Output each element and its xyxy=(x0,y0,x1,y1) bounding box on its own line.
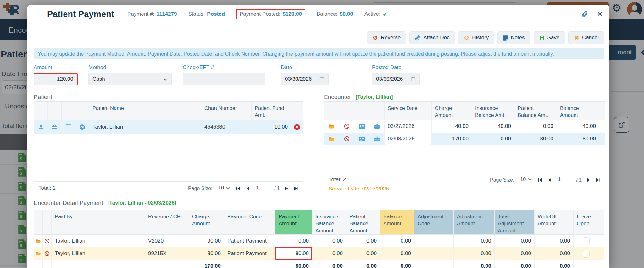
prohibit-icon[interactable] xyxy=(339,133,354,145)
patient-panel: Patient Patient Name Chart Number Patien… xyxy=(34,93,303,194)
detail-row-highlighted[interactable]: Taylor, Lillian 99215X 80.00 Patient Pay… xyxy=(34,247,604,260)
briefcase-icon[interactable] xyxy=(369,133,385,145)
charge-amount-cell: 90.00 xyxy=(189,235,224,247)
folder-open-icon[interactable] xyxy=(34,247,43,260)
folder-open-icon[interactable] xyxy=(34,235,43,247)
writeoff-amount-cell: 0.00 xyxy=(535,235,574,247)
reverse-label: Reverse xyxy=(381,35,401,41)
encounter-row-selected[interactable]: 02/03/2026 170.00 0.00 80.00 80.00 xyxy=(324,133,605,145)
detail-row[interactable]: Taylor, Lillian V2020 90.00 Patient Paym… xyxy=(34,235,604,247)
prohibit-icon[interactable] xyxy=(43,247,52,260)
prohibit-icon[interactable] xyxy=(43,235,52,247)
payment-code-cell: Patient Payment xyxy=(224,247,275,260)
history-button[interactable]: ↺ History xyxy=(458,31,494,44)
first-page-icon[interactable] xyxy=(236,186,241,191)
briefcase-icon[interactable] xyxy=(48,120,62,134)
briefcase-icon[interactable] xyxy=(369,120,385,133)
last-page-icon[interactable] xyxy=(596,178,601,182)
col-revenue-cpt: Revenue / CPT xyxy=(145,210,189,234)
calendar-icon[interactable] xyxy=(411,77,416,82)
insurance-balance-cell: 0.00 xyxy=(472,133,514,145)
notes-icon xyxy=(503,35,508,41)
page-count: / 1 xyxy=(576,177,582,183)
next-page-icon[interactable] xyxy=(285,186,289,191)
patient-row[interactable]: ☰ Taylor, Lillian 4646380 10.00 ✖ xyxy=(34,120,303,134)
total-adjustment-cell: 0.00 xyxy=(495,247,535,260)
modal-header: Patient Payment Payment #: 1114279 Statu… xyxy=(27,5,609,23)
prev-page-icon[interactable] xyxy=(246,186,250,191)
save-icon xyxy=(539,35,545,41)
active-label: Active: xyxy=(364,11,380,17)
encounter-table-header: Service Date Charge Amount Insurance Bal… xyxy=(324,102,605,120)
revenue-cpt-cell: V2020 xyxy=(145,235,189,247)
method-select[interactable]: Cash xyxy=(88,73,172,85)
person-icon[interactable] xyxy=(34,120,48,134)
page-size-label: Page Size: xyxy=(490,177,514,183)
prohibit-icon[interactable] xyxy=(339,120,354,133)
leave-open-checkbox[interactable] xyxy=(583,237,590,245)
next-page-icon[interactable] xyxy=(587,178,591,182)
calendar-icon[interactable] xyxy=(319,77,325,82)
cancel-button[interactable]: ✖ Cancel xyxy=(568,31,604,44)
payment-amount-input[interactable]: 80.00 xyxy=(275,247,312,260)
date-input[interactable]: 03/30/2026 xyxy=(281,73,329,85)
last-page-icon[interactable] xyxy=(294,186,299,191)
save-button[interactable]: Save xyxy=(534,31,565,44)
balance-amount-cell: 80.00 xyxy=(557,133,599,145)
detail-table-header: Paid By Revenue / CPT Charge Amount Paym… xyxy=(34,210,604,235)
encounter-section-title: Encounter xyxy=(324,94,351,101)
total-balance: 0.00 xyxy=(380,260,414,268)
encounter-row[interactable]: 03/27/2026 40.00 40.00 0.00 40.00 xyxy=(324,120,605,133)
detail-totals-row: 170.00 80.00 0.00 0.00 0.00 0.00 0.00 0.… xyxy=(34,260,604,268)
folder-open-icon[interactable] xyxy=(324,120,339,133)
gauge-icon[interactable] xyxy=(75,120,89,134)
folder-open-icon[interactable] xyxy=(324,133,339,145)
check-eft-input[interactable] xyxy=(183,73,265,85)
payment-number-label: Payment #: xyxy=(127,11,154,17)
attach-doc-button[interactable]: Attach Doc xyxy=(409,31,455,44)
payment-number: Payment #: 1114279 xyxy=(127,11,177,17)
detail-context: [Taylor, Lillian - 02/03/2026] xyxy=(108,200,176,206)
charge-amount-cell: 170.00 xyxy=(432,133,472,145)
id-card-icon[interactable] xyxy=(354,120,369,133)
page-size-select[interactable]: 10 xyxy=(519,177,533,183)
page-number-input[interactable]: 1 xyxy=(255,185,269,192)
page-size-select[interactable]: 10 xyxy=(217,185,231,192)
posted-date-value: 03/30/2026 xyxy=(376,76,403,82)
chart-number-cell: 4646380 xyxy=(201,120,252,134)
remove-fund-icon[interactable]: ✖ xyxy=(294,124,300,130)
active-indicator: Active: ✔ xyxy=(364,11,388,18)
writeoff-amount-cell: 0.00 xyxy=(535,247,574,260)
col-total-adjustment-amount: Total Adjustment Amount xyxy=(495,210,535,234)
check-icon: ✔ xyxy=(383,11,388,18)
patient-total: Total: 1 xyxy=(38,185,56,191)
first-page-icon[interactable] xyxy=(538,178,543,182)
balance-amount-cell: 40.00 xyxy=(557,120,599,133)
posted-date-input[interactable]: 03/30/2026 xyxy=(372,73,420,85)
prev-page-icon[interactable] xyxy=(548,178,552,182)
attachment-paperclip-icon[interactable] xyxy=(582,11,588,17)
payment-posted-highlight: Payment Posted: $120.00 xyxy=(236,9,305,19)
col-insurance-balance: Insurance Balance Amt. xyxy=(472,102,514,120)
id-card-icon[interactable] xyxy=(354,133,369,145)
total-payment: 80.00 xyxy=(275,260,312,268)
method-value: Cash xyxy=(92,76,105,82)
col-writeoff-amount: WriteOff Amount xyxy=(535,210,574,234)
menu-icon[interactable]: ☰ xyxy=(62,120,75,134)
payment-number-value: 1114279 xyxy=(157,11,177,17)
reverse-icon: ↺ xyxy=(373,35,378,41)
leave-open-checkbox[interactable] xyxy=(583,250,590,258)
payment-status: Status: Posted xyxy=(188,11,225,17)
page-number-input[interactable]: 1 xyxy=(557,177,571,183)
payment-amount-cell[interactable]: 0.00 xyxy=(275,235,312,247)
encounter-pager: Page Size: 10 1 / 1 xyxy=(490,177,601,183)
service-date-cell-editable[interactable]: 02/03/2026 xyxy=(385,133,432,145)
notes-button[interactable]: Notes xyxy=(497,31,530,44)
close-icon[interactable]: ✕ xyxy=(597,10,602,18)
col-patient-name: Patient Name xyxy=(89,102,201,120)
patient-payment-modal: Patient Payment Payment #: 1114279 Statu… xyxy=(27,5,609,268)
insurance-balance-cell: 40.00 xyxy=(472,120,514,133)
attach-doc-label: Attach Doc xyxy=(423,35,449,41)
reverse-button[interactable]: ↺ Reverse xyxy=(367,31,406,44)
amount-input[interactable]: 120.00 xyxy=(34,73,78,85)
